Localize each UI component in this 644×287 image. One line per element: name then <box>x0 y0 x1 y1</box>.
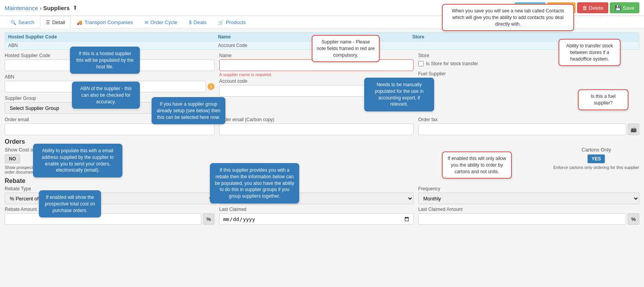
search-icon: 🔍 <box>10 20 16 25</box>
tab-deals[interactable]: $ Deals <box>183 16 212 28</box>
fuel-supplier-group: Fuel Supplier NO <box>418 71 639 87</box>
rebate-amount-label: Rebate Amount <box>5 207 215 212</box>
callout-show-cost: If enabled will show the prospective tot… <box>39 190 101 217</box>
callout-store-transfer: Ability to transfer stock between stores… <box>558 39 621 66</box>
store-transfer-label: Is Store for stock transfer <box>426 61 478 66</box>
breadcrumb-separator: › <box>40 5 42 11</box>
order-fax-group: Order fax 📠 <box>418 117 639 135</box>
cartons-only-group: Cartons Only YES Enforce cartons only or… <box>553 147 639 170</box>
order-email-cc-group: Order email (Carbon copy) <box>219 117 414 135</box>
tab-detail[interactable]: ☰ Detail <box>40 16 71 28</box>
callout-top-right: When you save you will see a new tab cal… <box>442 4 574 31</box>
rebate-type-label: Rebate Type <box>5 186 215 191</box>
breadcrumb: Maintenance › Suppliers ⬆ <box>5 4 78 11</box>
rebate-type-group: Rebate Type % Percent of cost <box>5 186 215 204</box>
show-cost-no[interactable]: NO <box>5 155 20 163</box>
cartons-only-toggle[interactable]: YES <box>587 154 605 164</box>
breadcrumb-current: Suppliers <box>43 5 70 11</box>
cartons-only-yes[interactable]: YES <box>588 155 605 163</box>
name-required-message: A supplier name is required. <box>219 72 414 77</box>
callout-fuel-supplier: Is this a fuel supplier? <box>578 89 628 110</box>
order-fax-input[interactable] <box>418 123 626 135</box>
order-email-input[interactable] <box>5 123 215 135</box>
col-header-1: Hosted Supplier Code <box>8 34 218 40</box>
callout-rebate: If this supplier provides you with a reb… <box>210 163 299 204</box>
last-claimed-amount-group: Last Claimed Amount % <box>418 207 639 225</box>
frequency-select[interactable]: Monthly <box>418 193 639 204</box>
mail-icon: ✉ <box>145 20 148 25</box>
order-fax-label: Order fax <box>418 117 639 122</box>
last-claimed-amount-label: Last Claimed Amount <box>418 207 639 212</box>
last-claimed-amount-row: % <box>418 213 639 225</box>
info-icon: i <box>208 83 215 90</box>
rebate-amount-group: Rebate Amount % <box>5 207 215 225</box>
abn-label: ABN <box>5 74 215 80</box>
order-email-cc-input[interactable] <box>219 123 414 135</box>
fuel-supplier-label: Fuel Supplier <box>418 71 639 77</box>
percent-icon-2: % <box>628 213 639 225</box>
last-claimed-label: Last Claimed <box>219 207 414 212</box>
callout-hosted-supplier: If this is a hosted supplier this will b… <box>70 47 140 74</box>
transport-icon: 🚚 <box>77 20 82 25</box>
order-email-row: Order email Order email (Carbon copy) Or… <box>5 117 639 135</box>
frequency-group: Frequency Monthly <box>418 186 639 204</box>
dollar-icon: $ <box>189 20 192 25</box>
enforce-cartons-msg: Enforce cartons only ordering for this s… <box>553 165 639 170</box>
rebate-amount-input[interactable] <box>5 213 201 225</box>
callout-supplier-name: Supplier name - Please note fields frame… <box>312 35 380 62</box>
percent-icon: % <box>203 213 215 225</box>
last-claimed-group: Last Claimed <box>219 207 414 225</box>
frequency-label: Frequency <box>418 186 639 191</box>
store-transfer-checkbox[interactable] <box>418 61 424 66</box>
show-cost-toggle[interactable]: NO <box>5 154 20 164</box>
cartons-only-label: Cartons Only <box>553 147 639 153</box>
rebate-type-select[interactable]: % Percent of cost <box>5 193 215 204</box>
delete-button[interactable]: 🗑 Delete <box>577 2 609 13</box>
tab-transport[interactable]: 🚚 Transport Companies <box>71 16 139 28</box>
detail-icon: ☰ <box>46 20 50 25</box>
tab-search[interactable]: 🔍 Search <box>5 16 40 28</box>
callout-account-code: Needs to be manually populated for the u… <box>364 78 434 111</box>
fax-icon-button[interactable]: 📠 <box>628 123 639 135</box>
tab-products[interactable]: 🛒 Products <box>212 16 251 28</box>
last-claimed-amount-input[interactable] <box>418 213 626 225</box>
callout-supplier-group: If you have a supplier group already set… <box>152 97 225 124</box>
rebate-amount-row: % <box>5 213 215 225</box>
callout-order-email: Ability to populate this with a email ad… <box>33 144 122 177</box>
upload-icon[interactable]: ⬆ <box>73 4 78 11</box>
cart-icon: 🛒 <box>218 20 224 25</box>
tab-order-cycle[interactable]: ✉ Order Cycle <box>139 16 183 28</box>
last-claimed-input[interactable] <box>219 213 414 225</box>
callout-cartons: If enabled this will only allow you the … <box>442 151 512 179</box>
rebate-title: Rebate <box>5 177 639 184</box>
save-button[interactable]: 💾 Save <box>610 2 639 13</box>
callout-abn: ABN of the supplier - this can also be c… <box>72 82 140 109</box>
order-email-cc-label: Order email (Carbon copy) <box>219 117 414 122</box>
breadcrumb-parent[interactable]: Maintenance <box>5 5 38 11</box>
order-fax-row: 📠 <box>418 123 639 135</box>
